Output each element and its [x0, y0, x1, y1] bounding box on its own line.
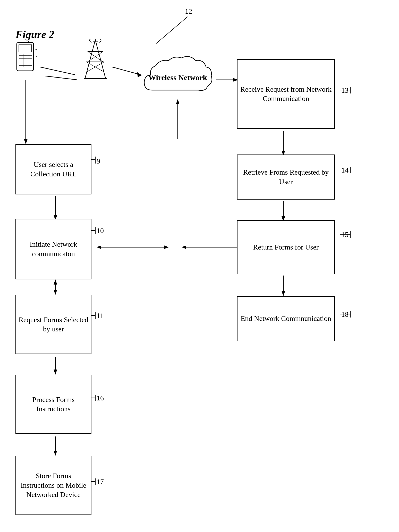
- wireless-network-label: Wireless Network: [148, 72, 207, 82]
- svg-rect-49: [17, 42, 33, 71]
- svg-marker-15: [164, 245, 169, 249]
- svg-line-60: [36, 57, 37, 61]
- svg-marker-20: [54, 370, 57, 375]
- box-store-forms: Store Forms Instructions on Mobile Netwo…: [15, 456, 91, 515]
- svg-marker-14: [97, 245, 101, 249]
- svg-line-1: [40, 67, 75, 75]
- svg-marker-30: [282, 291, 285, 296]
- box-return-forms: Return Forms for User: [237, 220, 335, 274]
- ref-16: 16: [97, 394, 104, 402]
- ref-18: 18: [341, 310, 349, 319]
- box-initiate-network: Initiate Network communicaton: [15, 219, 91, 279]
- ref-15: 15: [341, 230, 349, 239]
- svg-marker-28: [182, 245, 186, 249]
- svg-line-59: [35, 49, 37, 54]
- svg-rect-58: [19, 44, 31, 52]
- tower-icon: [80, 39, 111, 80]
- box-request-forms: Request Forms Selected by user: [15, 295, 91, 354]
- wireless-network-cloud: Wireless Network: [139, 52, 216, 103]
- ref-11: 11: [97, 312, 104, 320]
- svg-marker-4: [24, 139, 28, 144]
- ref-12: 12: [185, 7, 192, 15]
- box-user-selects: User selects a Collection URL: [15, 144, 91, 194]
- box-end-network: End Network Commnunication: [237, 296, 335, 341]
- box-receive-request: Receive Request from Network Communicati…: [237, 59, 335, 129]
- svg-line-0: [156, 17, 188, 44]
- phone-icon: [14, 41, 37, 75]
- ref-13: 13: [341, 86, 349, 95]
- diagram-container: Figure 2 12: [0, 0, 399, 532]
- svg-line-5: [112, 67, 140, 75]
- svg-marker-18: [54, 279, 57, 285]
- ref-10: 10: [97, 227, 104, 235]
- svg-marker-22: [54, 451, 57, 456]
- figure-label: Figure 2: [15, 28, 54, 41]
- box-retrieve-forms: Retrieve Froms Requested by User: [237, 155, 335, 200]
- svg-marker-17: [54, 290, 57, 295]
- svg-line-61: [85, 40, 95, 79]
- box-process-forms: Process Forms Instructions: [15, 375, 91, 434]
- ref-17: 17: [97, 478, 104, 486]
- svg-line-2: [45, 76, 77, 80]
- ref-9: 9: [97, 157, 100, 165]
- ref-14: 14: [341, 166, 349, 174]
- svg-line-62: [95, 40, 106, 79]
